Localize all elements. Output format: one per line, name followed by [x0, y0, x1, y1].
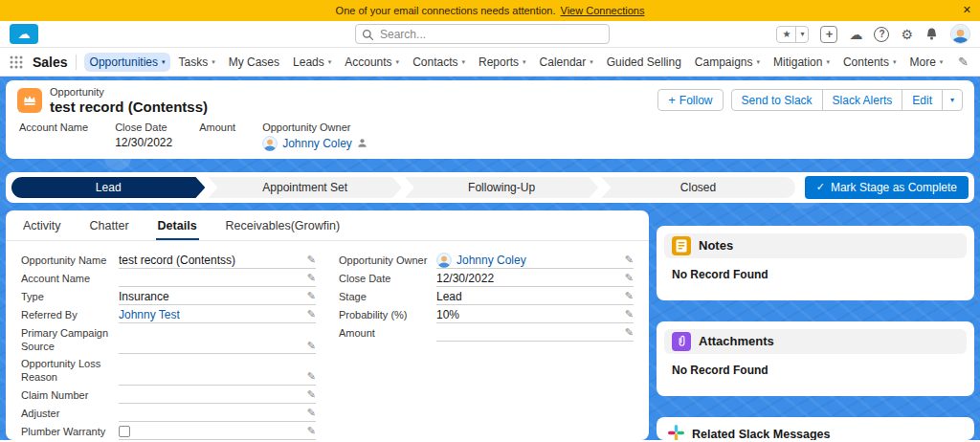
field-close-date: Close Date 12/30/2022 ✎ — [339, 271, 634, 287]
field-label: Claim Number — [21, 387, 111, 404]
app-launcher-icon[interactable] — [8, 55, 25, 69]
field-account-name: Account Name ✎ — [21, 271, 316, 287]
highlight-label: Opportunity Owner — [262, 122, 368, 133]
nav-tab-contents[interactable]: Contents ▾ — [837, 53, 902, 72]
highlights-panel: Account Name Close Date 12/30/2022 Amoun… — [17, 122, 963, 151]
nav-tab-campaigns[interactable]: Campaigns ▾ — [689, 53, 766, 72]
nav-tab-guided-selling[interactable]: Guided Selling — [601, 53, 687, 72]
salesforce-logo[interactable]: ☁ — [10, 24, 38, 44]
help-icon[interactable]: ? — [874, 27, 889, 42]
attachments-empty-text: No Record Found — [672, 364, 967, 377]
record-actions: + Follow Send to Slack Slack Alerts Edit… — [657, 89, 963, 111]
user-link[interactable]: Johnny Coley — [282, 137, 352, 150]
path-stages: Lead Appointment Set Following-Up Closed — [11, 177, 795, 198]
tab-details[interactable]: Details — [156, 210, 199, 240]
edit-button[interactable]: Edit — [902, 89, 943, 111]
nav-tab-tasks[interactable]: Tasks ▾ — [172, 53, 220, 72]
edit-pencil-icon[interactable]: ✎ — [307, 370, 316, 383]
field-value: 10% — [436, 308, 459, 321]
path-stage-appointment-set[interactable]: Appointment Set — [208, 177, 401, 198]
header-utility-icons: ★ ▾ + ☁ ? ⚙ — [776, 24, 970, 44]
edit-pencil-icon[interactable]: ✎ — [307, 425, 316, 437]
edit-pencil-icon[interactable]: ✎ — [307, 254, 316, 266]
tab-chatter[interactable]: Chatter — [88, 210, 131, 240]
nav-tab-more[interactable]: More ▾ — [903, 53, 947, 72]
setup-gear-icon[interactable]: ⚙ — [901, 28, 913, 41]
edit-pencil-icon[interactable]: ✎ — [307, 340, 316, 352]
edit-pencil-icon[interactable]: ✎ — [625, 254, 634, 266]
close-icon[interactable]: ✕ — [963, 4, 971, 16]
edit-pencil-icon[interactable]: ✎ — [307, 272, 316, 284]
chevron-down-icon: ▾ — [162, 58, 166, 66]
chevron-down-icon: ▾ — [796, 30, 808, 38]
action-button-label: Edit — [912, 94, 932, 107]
follow-button[interactable]: + Follow — [657, 89, 723, 111]
path-stage-following-up[interactable]: Following-Up — [405, 177, 598, 198]
notifications-bell-icon[interactable] — [924, 27, 939, 41]
fields-column-right: Opportunity Owner Johnny Coley ✎ Close D… — [339, 253, 634, 440]
background-pattern: Opportunity test record (Contentss) + Fo… — [0, 77, 980, 440]
field-value-link[interactable]: Johnny Test — [119, 308, 180, 321]
nav-tab-label: Leads — [293, 55, 324, 69]
field-label: Opportunity Owner — [339, 253, 429, 269]
nav-tab-label: Contents — [843, 55, 889, 69]
path-stage-label: Following-Up — [468, 181, 535, 194]
highlight-account-name: Account Name — [19, 122, 88, 151]
record-detail-card: ActivityChatterDetailsReceivables(Growfi… — [6, 210, 649, 440]
nav-tab-contacts[interactable]: Contacts ▾ — [407, 53, 471, 72]
opportunity-icon — [17, 88, 42, 113]
quick-add-button[interactable]: + — [820, 26, 837, 43]
divider — [76, 55, 77, 70]
edit-pencil-icon[interactable]: ✎ — [307, 407, 316, 419]
edit-pencil-icon[interactable]: ✎ — [307, 388, 316, 401]
favorites-button[interactable]: ★ ▾ — [776, 26, 809, 43]
nav-tab-my-cases[interactable]: My Cases — [223, 53, 285, 72]
mark-stage-complete-button[interactable]: ✓ Mark Stage as Complete — [805, 176, 969, 199]
highlight-value — [199, 136, 235, 150]
highlight-opportunity-owner: Opportunity Owner Johnny Coley — [262, 122, 368, 151]
tab-receivables-growfin[interactable]: Receivables(Growfin) — [224, 210, 342, 240]
change-owner-icon[interactable] — [357, 138, 368, 148]
tab-activity[interactable]: Activity — [21, 210, 63, 240]
attachments-card-header[interactable]: Attachments — [664, 329, 967, 354]
field-stage: Stage Lead ✎ — [339, 289, 634, 305]
field-opportunity-name: Opportunity Name test record (Contentss)… — [21, 253, 316, 269]
field-referred-by: Referred By Johnny Test ✎ — [21, 307, 316, 323]
notification-link[interactable]: View Connections — [561, 5, 645, 16]
nav-tab-accounts[interactable]: Accounts ▾ — [339, 53, 405, 72]
path-assistant: Lead Appointment Set Following-Up Closed… — [6, 172, 974, 203]
edit-nav-pencil-icon[interactable]: ✎ — [954, 55, 972, 69]
more-actions-button[interactable]: ▾ — [942, 89, 963, 111]
edit-pencil-icon[interactable]: ✎ — [307, 290, 316, 302]
path-stage-closed[interactable]: Closed — [601, 177, 794, 198]
avatar — [436, 253, 452, 268]
cloud-upload-icon[interactable]: ☁ — [849, 28, 862, 41]
nav-tab-leads[interactable]: Leads ▾ — [287, 53, 337, 72]
user-avatar[interactable] — [950, 24, 970, 44]
nav-tab-mitigation[interactable]: Mitigation ▾ — [768, 53, 835, 72]
edit-pencil-icon[interactable]: ✎ — [307, 308, 316, 320]
nav-tab-label: Opportunities — [90, 55, 158, 69]
field-label: Opportunity Loss Reason — [21, 356, 111, 386]
edit-pencil-icon[interactable]: ✎ — [625, 272, 634, 284]
salesforce-app-window: One of your email connections needs atte… — [0, 0, 980, 440]
user-link[interactable]: Johnny Coley — [457, 254, 526, 267]
field-value: test record (Contentss) — [119, 254, 235, 267]
edit-pencil-icon[interactable]: ✎ — [625, 326, 634, 339]
search-input[interactable] — [355, 24, 610, 44]
nav-tab-label: My Cases — [229, 55, 279, 69]
nav-tab-label: Reports — [479, 55, 519, 69]
fields-column-left: Opportunity Name test record (Contentss)… — [21, 253, 316, 440]
edit-pencil-icon[interactable]: ✎ — [625, 308, 634, 320]
notes-card-header[interactable]: Notes — [664, 233, 967, 258]
send-to-slack-button[interactable]: Send to Slack — [731, 89, 823, 111]
slack-alerts-button[interactable]: Slack Alerts — [822, 89, 903, 111]
path-stage-lead[interactable]: Lead — [11, 177, 205, 198]
checkbox[interactable] — [119, 426, 130, 437]
edit-pencil-icon[interactable]: ✎ — [625, 290, 634, 302]
nav-tab-reports[interactable]: Reports ▾ — [473, 53, 532, 72]
nav-tab-calendar[interactable]: Calendar ▾ — [534, 53, 599, 72]
field-value: Lead — [436, 290, 462, 303]
nav-tab-opportunities[interactable]: Opportunities ▾ — [84, 53, 171, 72]
field-label: Primary Campaign Source — [21, 325, 111, 355]
